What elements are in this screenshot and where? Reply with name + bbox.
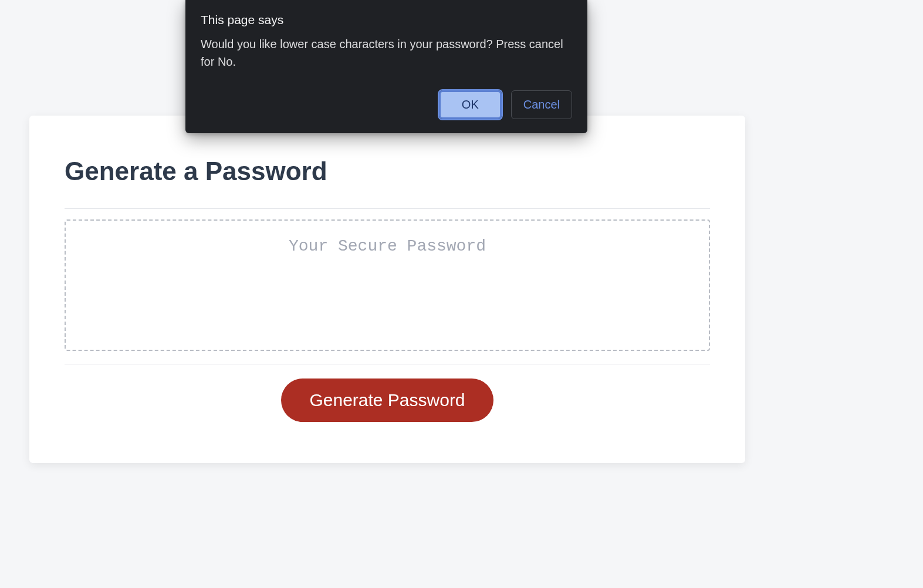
confirm-dialog: This page says Would you like lower case…	[185, 0, 587, 133]
dialog-title: This page says	[201, 13, 572, 27]
page-title: Generate a Password	[65, 157, 710, 186]
button-row: Generate Password	[65, 379, 710, 422]
divider-bottom	[65, 364, 710, 364]
divider-top	[65, 208, 710, 209]
dialog-actions: OK Cancel	[201, 90, 572, 119]
ok-button[interactable]: OK	[439, 90, 502, 119]
dialog-message: Would you like lower case characters in …	[201, 35, 572, 70]
password-generator-card: Generate a Password Generate Password	[29, 116, 745, 463]
generate-password-button[interactable]: Generate Password	[281, 379, 493, 422]
cancel-button[interactable]: Cancel	[511, 90, 572, 119]
password-output[interactable]	[65, 219, 710, 351]
